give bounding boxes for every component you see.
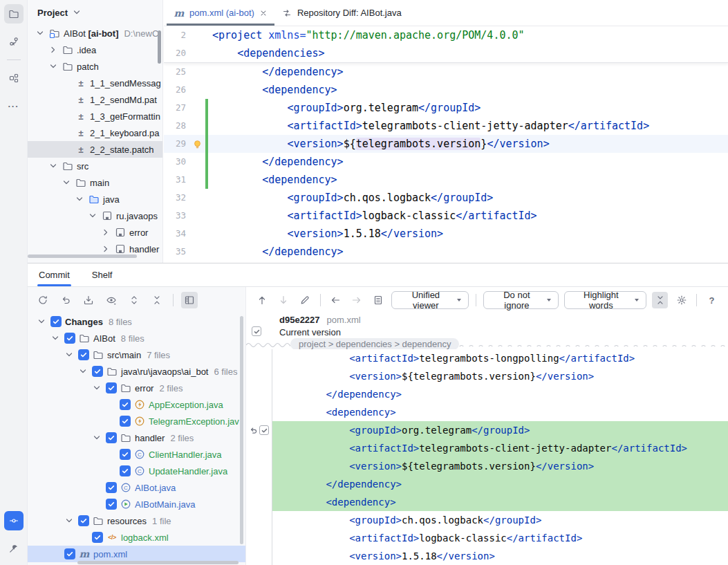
expand-button[interactable] xyxy=(126,292,142,308)
toolwindow-tab-shelf[interactable]: Shelf xyxy=(91,263,114,286)
current-version-checkbox[interactable] xyxy=(252,326,261,336)
eye-button[interactable] xyxy=(103,292,120,308)
project-panel-header[interactable]: Project xyxy=(28,0,162,25)
project-tree-row[interactable]: java xyxy=(28,191,162,207)
close-tab-icon[interactable] xyxy=(259,9,268,17)
project-tree-row[interactable]: src xyxy=(28,158,162,174)
checkbox[interactable] xyxy=(92,532,103,543)
checkbox[interactable] xyxy=(106,482,117,493)
commit-horizontal-scrollbar[interactable] xyxy=(77,561,239,564)
stripe-vcs-button[interactable] xyxy=(4,32,24,51)
project-tree-row[interactable]: main xyxy=(28,174,162,191)
chevron-down-icon[interactable] xyxy=(48,160,59,172)
project-tree-row[interactable]: ±1_1_sendMessag xyxy=(28,75,162,91)
chevron-down-icon[interactable] xyxy=(91,382,102,393)
highlight-words-dropdown[interactable]: Highlight words xyxy=(564,291,646,309)
chevron-right-icon[interactable] xyxy=(48,44,59,55)
do-not-ignore-dropdown[interactable]: Do not ignore xyxy=(483,291,559,309)
project-vertical-scrollbar[interactable] xyxy=(158,30,161,64)
project-tree-row[interactable]: patch xyxy=(28,58,162,75)
changes-tree-row[interactable]: CClientHandler.java xyxy=(28,446,245,463)
checkbox[interactable] xyxy=(106,382,117,393)
editor-sticky-lines[interactable]: 2<project xmlns="http://maven.apache.org… xyxy=(164,26,728,63)
changes-tree-row[interactable]: </>logback.xml xyxy=(28,529,245,546)
undo-button[interactable] xyxy=(57,292,74,308)
editor-code[interactable]: 25 </dependency>26 <dependency>27 <group… xyxy=(164,63,728,261)
changes-tree-row[interactable]: handler2 files xyxy=(28,429,245,446)
changes-tree-row[interactable]: Changes8 files xyxy=(28,313,245,330)
checkbox[interactable] xyxy=(120,416,131,427)
chevron-down-icon[interactable] xyxy=(64,349,75,360)
arrow-right-button[interactable] xyxy=(349,292,365,308)
arrow-down-button[interactable] xyxy=(276,292,292,308)
project-tree-row[interactable]: ±2_1_keyboard.pa xyxy=(28,124,162,141)
changes-tree-row[interactable]: src\main7 files xyxy=(28,346,245,363)
chevron-down-icon[interactable] xyxy=(74,194,85,205)
checkbox[interactable] xyxy=(92,366,103,377)
changes-tree-row[interactable]: java\ru\javaops\ai_bot6 files xyxy=(28,363,245,380)
project-tree-row[interactable]: .idea xyxy=(28,41,162,58)
toolwindow-tab-commit[interactable]: Commit xyxy=(37,263,71,286)
changes-tree-row[interactable]: AIBotMain.java xyxy=(28,496,245,512)
checkbox[interactable] xyxy=(120,449,131,460)
unified-viewer-dropdown[interactable]: Unified viewer xyxy=(391,291,469,309)
stripe-commit-button[interactable] xyxy=(4,511,24,530)
commit-vertical-scrollbar[interactable] xyxy=(240,316,243,544)
shelve-button[interactable] xyxy=(80,292,97,308)
editor-tab[interactable]: mpom.xml (ai-bot) xyxy=(167,0,274,26)
checkbox[interactable] xyxy=(64,548,75,559)
chevron-right-icon[interactable] xyxy=(100,227,111,238)
rollback-change-icon[interactable] xyxy=(248,425,258,435)
help-button[interactable]: ? xyxy=(704,292,720,308)
gear-button[interactable] xyxy=(673,292,689,308)
diff-code[interactable]: <artifactId>telegrambots-longpolling</ar… xyxy=(246,349,728,565)
chevron-down-icon[interactable] xyxy=(50,333,61,344)
project-tree-row[interactable]: ±2_2_state.patch xyxy=(28,141,162,158)
checkbox[interactable] xyxy=(120,465,131,476)
changes-tree-row[interactable]: mpom.xml xyxy=(28,546,245,562)
checkbox[interactable] xyxy=(120,399,131,410)
changes-tree-row[interactable]: CUpdateHandler.java xyxy=(28,463,245,479)
checkbox[interactable] xyxy=(106,432,117,443)
chevron-down-icon[interactable] xyxy=(77,366,88,377)
arrow-left-button[interactable] xyxy=(328,292,344,308)
stripe-more-button[interactable]: ··· xyxy=(4,96,24,115)
doc-button[interactable] xyxy=(370,292,386,308)
collapse-button[interactable] xyxy=(652,292,668,308)
arrow-up-button[interactable] xyxy=(254,292,270,308)
changes-tree-row[interactable]: AIBot8 files xyxy=(28,330,245,346)
details-button[interactable] xyxy=(181,292,198,308)
checkbox[interactable] xyxy=(78,349,89,360)
chevron-down-icon[interactable] xyxy=(91,432,102,443)
refresh-button[interactable] xyxy=(35,292,51,308)
changes-tree-row[interactable]: AppException.java xyxy=(28,396,245,413)
project-horizontal-scrollbar[interactable] xyxy=(28,254,137,258)
changes-tree-row[interactable]: error2 files xyxy=(28,380,245,396)
chevron-down-icon[interactable] xyxy=(35,28,46,39)
checkbox[interactable] xyxy=(106,499,117,510)
stripe-folder-button[interactable] xyxy=(4,4,24,24)
stripe-structure-button[interactable] xyxy=(4,68,24,88)
collapsed-region-separator[interactable]: project > dependencies > dependency xyxy=(246,338,728,349)
editor-tab[interactable]: Repository Diff: AIBot.java xyxy=(274,0,409,26)
checkbox[interactable] xyxy=(64,333,75,344)
checkbox[interactable] xyxy=(50,316,62,327)
chevron-right-icon[interactable] xyxy=(100,243,111,254)
project-tree-row[interactable]: AIBot [ai-bot]D:\newC xyxy=(28,25,162,41)
chevron-down-icon[interactable] xyxy=(61,177,72,188)
project-tree-row[interactable]: ±1_2_sendMd.pat xyxy=(28,91,162,108)
changes-tree-row[interactable]: CAIBot.java xyxy=(28,479,245,496)
stripe-hammer-button[interactable] xyxy=(4,539,24,558)
changes-tree-row[interactable]: TelegramException.jav xyxy=(28,413,245,429)
chevron-down-icon[interactable] xyxy=(64,515,75,526)
project-tree-row[interactable]: ru.javaops xyxy=(28,207,162,224)
pencil-button[interactable] xyxy=(297,292,313,308)
chevron-down-icon[interactable] xyxy=(36,316,47,327)
chevron-down-icon[interactable] xyxy=(87,210,98,221)
include-change-checkbox[interactable] xyxy=(259,425,269,435)
project-tree-row[interactable]: error xyxy=(28,224,162,241)
chevron-down-icon[interactable] xyxy=(48,61,59,72)
collapse-button[interactable] xyxy=(149,292,165,308)
intention-bulb-icon[interactable] xyxy=(192,138,203,149)
project-tree-row[interactable]: ±1_3_getFormattin xyxy=(28,108,162,124)
